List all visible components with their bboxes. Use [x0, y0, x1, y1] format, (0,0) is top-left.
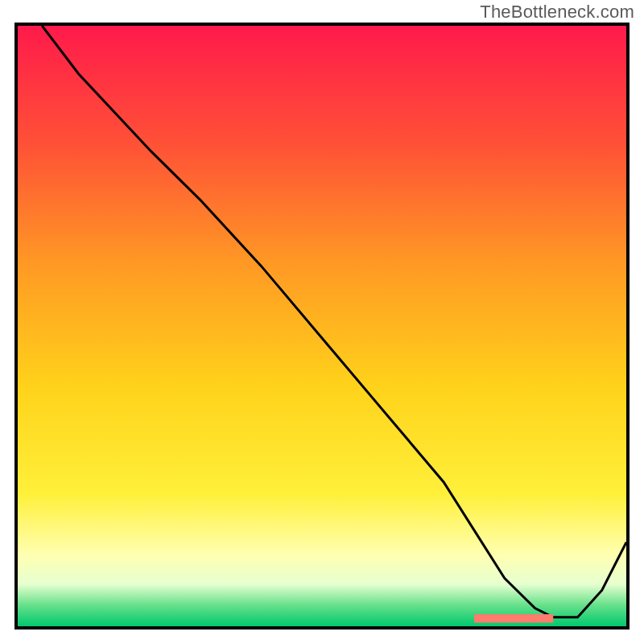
watermark-text: TheBottleneck.com: [480, 2, 634, 23]
chart-svg: [18, 26, 626, 626]
page-root: TheBottleneck.com: [0, 0, 644, 644]
chart-frame: [14, 23, 630, 630]
chart-background: [18, 26, 626, 626]
